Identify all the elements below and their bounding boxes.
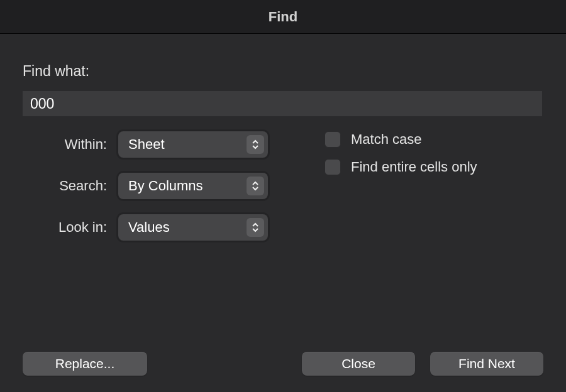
chevrons-up-down-icon bbox=[247, 135, 264, 154]
lookin-label: Look in: bbox=[23, 219, 118, 236]
lookin-select-value: Values bbox=[128, 219, 170, 236]
dialog-content: Find what: Within: Sheet Search: By Colu… bbox=[0, 34, 566, 392]
match-case-checkbox[interactable] bbox=[325, 131, 341, 148]
right-options-column: Match case Find entire cells only bbox=[325, 131, 477, 256]
search-select-value: By Columns bbox=[128, 178, 203, 194]
entire-cells-label: Find entire cells only bbox=[351, 159, 477, 175]
search-select[interactable]: By Columns bbox=[118, 173, 268, 199]
chevrons-up-down-icon bbox=[247, 218, 264, 237]
within-row: Within: Sheet bbox=[23, 131, 287, 158]
lookin-select[interactable]: Values bbox=[118, 214, 268, 241]
left-options-column: Within: Sheet Search: By Columns bbox=[23, 131, 287, 256]
spacer bbox=[147, 352, 302, 376]
match-case-label: Match case bbox=[351, 131, 422, 148]
within-select-value: Sheet bbox=[128, 136, 165, 153]
search-label: Search: bbox=[23, 178, 118, 194]
titlebar: Find bbox=[0, 0, 566, 34]
dialog-title: Find bbox=[269, 9, 297, 25]
search-row: Search: By Columns bbox=[23, 173, 287, 199]
match-case-row[interactable]: Match case bbox=[325, 131, 477, 148]
find-next-button[interactable]: Find Next bbox=[430, 352, 543, 376]
lookin-row: Look in: Values bbox=[23, 214, 287, 241]
close-button[interactable]: Close bbox=[302, 352, 415, 376]
replace-button[interactable]: Replace... bbox=[23, 352, 147, 376]
find-what-label: Find what: bbox=[23, 63, 543, 80]
within-label: Within: bbox=[23, 136, 118, 153]
options-row: Within: Sheet Search: By Columns bbox=[23, 131, 543, 256]
entire-cells-checkbox[interactable] bbox=[325, 159, 341, 175]
chevrons-up-down-icon bbox=[247, 177, 264, 195]
entire-cells-row[interactable]: Find entire cells only bbox=[325, 159, 477, 175]
button-bar: Replace... Close Find Next bbox=[23, 352, 543, 376]
within-select[interactable]: Sheet bbox=[118, 131, 268, 158]
find-what-input[interactable] bbox=[23, 91, 542, 116]
